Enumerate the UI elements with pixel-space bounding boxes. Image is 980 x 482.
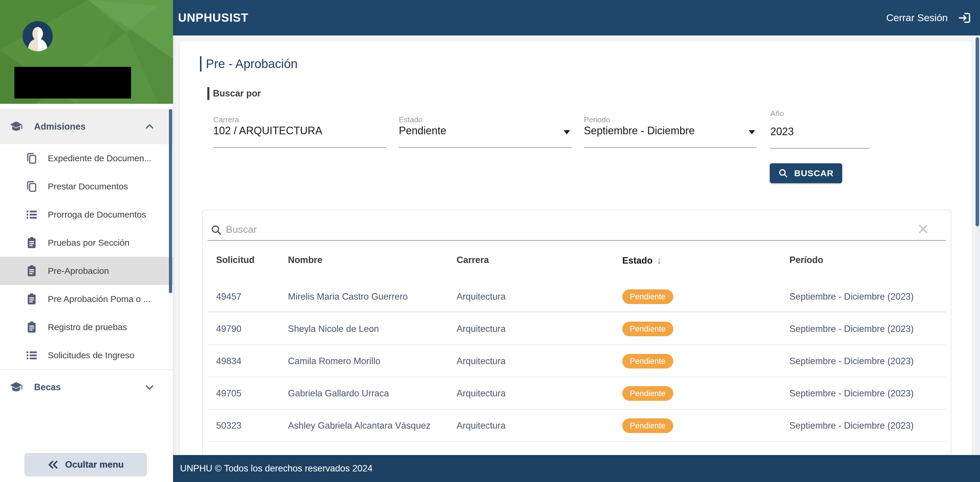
estado-value: Pendiente: [399, 125, 446, 137]
cell-solicitud: 49705: [216, 388, 241, 399]
sidebar-item-label: Expediente de Documen...: [48, 153, 152, 163]
sidebar-scrollbar[interactable]: [169, 109, 172, 293]
graduation-cap-icon: [9, 119, 24, 134]
table-row[interactable]: 49705Gabriela Gallardo UrracaArquitectur…: [203, 377, 951, 410]
cell-nombre: Gabriela Gallardo Urraca: [288, 388, 389, 399]
app-brand: UNPHUSIST: [178, 11, 248, 24]
cell-periodo: Septiembre - Diciembre (2023): [789, 324, 914, 334]
sidebar-item-pruebas-por-secci-n[interactable]: Pruebas por Sección: [0, 229, 173, 257]
search-icon: [210, 224, 222, 236]
graduation-cap-icon: [9, 380, 24, 395]
row-divider: [208, 441, 946, 442]
anio-field[interactable]: Año 2023: [770, 109, 869, 149]
copy-icon: [25, 180, 38, 193]
clipboard-icon: [25, 264, 38, 278]
input-underline: [399, 147, 572, 148]
table-row[interactable]: 49790Sheyla Nicole de LeonArquitecturaPe…: [203, 313, 951, 345]
carrera-field[interactable]: Carrera 102 / ARQUITECTURA: [213, 109, 386, 149]
sidebar-item-expediente-de-documen[interactable]: Expediente de Documen...: [0, 144, 173, 172]
cell-estado: Pendiente: [622, 354, 673, 369]
column-header-periodo[interactable]: Período: [789, 255, 823, 265]
periodo-select[interactable]: Periodo Septiembre - Diciembre: [584, 109, 757, 149]
table-row[interactable]: 50323Ashley Gabriela Alcantara VásquezAr…: [203, 410, 951, 442]
estado-select[interactable]: Estado Pendiente: [399, 109, 572, 149]
column-header-solicitud[interactable]: Solicitud: [216, 255, 255, 265]
input-underline: [770, 148, 869, 149]
column-header-estado[interactable]: Estado↓: [622, 255, 662, 266]
cell-estado: Pendiente: [622, 418, 673, 433]
buscar-button[interactable]: BUSCAR: [770, 163, 842, 183]
input-underline: [584, 147, 757, 148]
clear-search-icon[interactable]: [915, 221, 931, 237]
table-header-row: Solicitud Nombre Carrera Estado↓ Período: [203, 241, 951, 281]
input-underline: [213, 147, 386, 148]
cell-periodo: Septiembre - Diciembre (2023): [789, 388, 914, 399]
table-search-input[interactable]: [226, 220, 900, 239]
sidebar-item-solicitudes-de-ingreso[interactable]: Solicitudes de Ingreso: [0, 341, 173, 369]
page-scrollbar-thumb[interactable]: [975, 37, 979, 226]
cell-solicitud: 50323: [216, 420, 241, 431]
sidebar-item-label: Pre-Aprobacion: [48, 266, 109, 276]
hide-menu-button[interactable]: Ocultar menu: [24, 453, 147, 476]
sidebar-item-label: Solicitudes de Ingreso: [48, 350, 134, 360]
sidebar-item-pre-aprobaci-n-poma-o[interactable]: Pre Aprobación Poma o ...: [0, 285, 173, 313]
clipboard-icon: [25, 236, 38, 250]
sidebar: Admisiones Expediente de Documen...Prest…: [0, 0, 173, 482]
buscar-label: BUSCAR: [794, 168, 834, 178]
cell-estado: Pendiente: [622, 290, 673, 304]
anio-value: 2023: [770, 126, 794, 138]
cell-nombre: Ashley Gabriela Alcantara Vásquez: [288, 420, 431, 431]
cell-solicitud: 49457: [216, 291, 241, 302]
periodo-value: Septiembre - Diciembre: [584, 125, 695, 137]
cell-nombre: Camila Romero Morillo: [288, 356, 380, 366]
cell-periodo: Septiembre - Diciembre (2023): [789, 356, 914, 366]
footer-text: UNPHU © Todos los derechos reservados 20…: [180, 463, 372, 474]
estado-label: Estado: [399, 115, 423, 124]
list-icon: [25, 208, 38, 221]
sidebar-item-label: Registro de pruebas: [48, 322, 127, 332]
status-badge: Pendiente: [622, 321, 673, 336]
sidebar-group-becas[interactable]: Becas: [0, 369, 173, 405]
sidebar-item-registro-de-pruebas[interactable]: Registro de pruebas: [0, 313, 173, 341]
status-badge: Pendiente: [622, 290, 673, 304]
cell-carrera: Arquitectura: [457, 291, 506, 302]
cell-solicitud: 49834: [216, 356, 241, 366]
cell-periodo: Septiembre - Diciembre (2023): [789, 420, 914, 431]
status-badge: Pendiente: [622, 418, 673, 433]
chevron-up-icon: [144, 121, 155, 132]
status-badge: Pendiente: [622, 386, 673, 401]
cell-carrera: Arquitectura: [457, 356, 506, 366]
cell-estado: Pendiente: [622, 386, 673, 401]
sort-desc-icon: ↓: [657, 255, 662, 266]
cell-estado: Pendiente: [622, 321, 673, 336]
logout-label: Cerrar Sesión: [886, 12, 948, 24]
app-root: Admisiones Expediente de Documen...Prest…: [0, 0, 980, 482]
sidebar-group-admisiones[interactable]: Admisiones: [0, 109, 173, 144]
sidebar-item-label: Prorroga de Documentos: [48, 210, 146, 220]
logout-icon: [958, 11, 971, 25]
sidebar-item-prestar-documentos[interactable]: Prestar Documentos: [0, 172, 173, 200]
list-icon: [25, 348, 38, 362]
column-header-carrera[interactable]: Carrera: [457, 255, 489, 265]
double-chevron-left-icon: [48, 459, 59, 470]
table-row[interactable]: 49834Camila Romero MorilloArquitecturaPe…: [203, 345, 951, 377]
periodo-label: Periodo: [584, 115, 610, 124]
sidebar-item-label: Prestar Documentos: [48, 181, 128, 191]
top-bar: UNPHUSIST Cerrar Sesión: [173, 0, 980, 35]
carrera-label: Carrera: [213, 115, 239, 124]
status-badge: Pendiente: [622, 354, 673, 369]
cell-nombre: Mirelis Maria Castro Guerrero: [288, 291, 407, 302]
sidebar-group-label: Admisiones: [34, 121, 86, 132]
chevron-down-icon: [144, 382, 155, 393]
logout-button[interactable]: Cerrar Sesión: [886, 11, 971, 25]
cell-carrera: Arquitectura: [457, 420, 506, 431]
table-row[interactable]: 49457Mirelis Maria Castro GuerreroArquit…: [203, 281, 951, 313]
sidebar-item-pre-aprobacion[interactable]: Pre-Aprobacion: [0, 257, 173, 285]
results-table-card: Solicitud Nombre Carrera Estado↓ Período…: [202, 210, 951, 455]
redacted-user-name: [14, 67, 131, 99]
clipboard-icon: [25, 320, 38, 334]
column-header-nombre[interactable]: Nombre: [288, 255, 322, 265]
avatar[interactable]: [22, 21, 53, 51]
sidebar-item-prorroga-de-documentos[interactable]: Prorroga de Documentos: [0, 200, 173, 229]
dropdown-caret-icon: [749, 130, 755, 134]
